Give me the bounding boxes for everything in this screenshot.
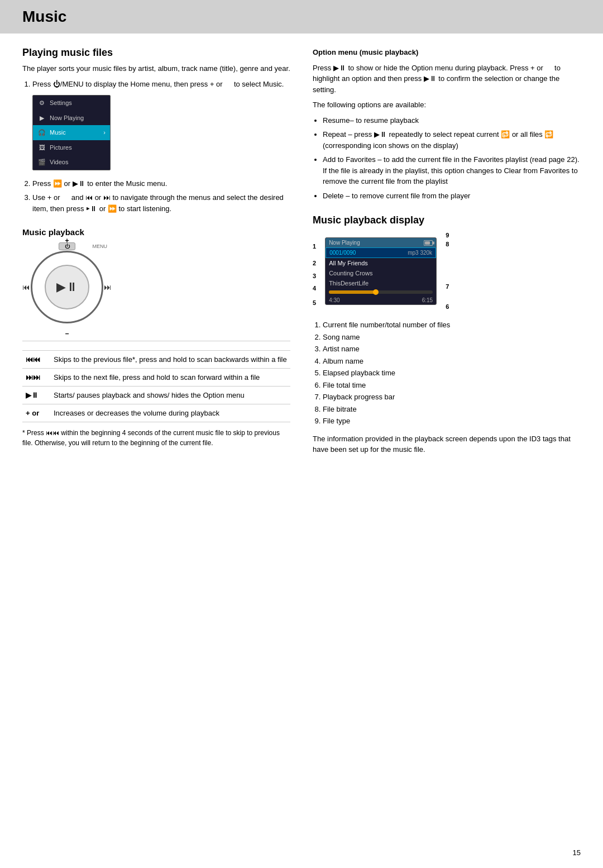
display-item-2: Song name (323, 332, 581, 343)
album-name-row: ThisDesertLife (326, 278, 436, 288)
display-item-4: Album name (323, 356, 581, 367)
option-menu-desc2: The following options are available: (313, 99, 581, 111)
left-callout-numbers: 1 2 3 4 5 (313, 232, 316, 311)
menu-arrow-icon: › (103, 128, 106, 137)
next-button: ⏭ (104, 283, 112, 292)
prev-button: ⏮ (22, 283, 30, 292)
progress-bar-fill (329, 290, 376, 294)
play-symbol: ▶⏸ (22, 387, 50, 404)
prev-symbol: ⏮⏮ (22, 351, 50, 369)
prev-description: Skips to the previous file*, press and h… (50, 351, 290, 369)
page-title: Music (22, 8, 581, 26)
next-description: Skips to the next file, press and hold t… (50, 369, 290, 387)
step-2: Press ⏩ or ▶⏸ to enter the Music menu. (32, 178, 290, 189)
play-description: Starts/ pauses playback and shows/ hides… (50, 387, 290, 404)
callout-3: 3 (313, 273, 316, 279)
right-column: Option menu (music playback) Press ▶⏸ to… (313, 47, 581, 469)
playback-display-heading: Music playback display (313, 214, 581, 226)
callout-8: 8 (446, 241, 449, 247)
file-format: mp3 320k (408, 250, 432, 256)
display-item-5: Elapsed playback time (323, 368, 581, 379)
display-item-1: Current file number/total number of file… (323, 319, 581, 331)
display-item-8: File bitrate (323, 404, 581, 415)
playback-display-section: Music playback display 1 2 3 4 5 Now Pla… (313, 214, 581, 455)
display-with-callouts: 1 2 3 4 5 Now Playing 0001/0090 (313, 232, 581, 311)
display-item-6: File total time (323, 380, 581, 391)
album-name: ThisDesertLife (329, 280, 368, 287)
progress-bar-container (326, 288, 436, 296)
playing-files-steps: Press ⏻/MENU to display the Home menu, t… (22, 79, 290, 214)
callout-9: 9 (446, 232, 449, 239)
track-number-row: 0001/0090 mp3 320k (326, 247, 436, 258)
option-favorites: Add to Favorites – to add the current fi… (323, 154, 581, 187)
display-items-list: Current file number/total number of file… (313, 319, 581, 427)
option-menu-heading: Option menu (music playback) (313, 47, 581, 58)
menu-item-pictures: 🖼 Pictures (33, 140, 110, 155)
minus-label: – (65, 330, 69, 337)
control-row-play: ▶⏸ Starts/ pauses playback and shows/ hi… (22, 387, 290, 404)
progress-dot (373, 289, 379, 295)
display-item-3: Artist name (323, 344, 581, 355)
playing-files-heading: Playing music files (22, 47, 290, 59)
menu-screenshot: ⚙ Settings ▶ Now Playing 🎧 Music › (32, 95, 111, 170)
divider-1 (22, 341, 290, 341)
menu-item-music: 🎧 Music › (33, 125, 110, 140)
callout-2: 2 (313, 260, 316, 266)
play-pause-button: ▶⏸ (56, 280, 78, 294)
display-item-9: File type (323, 416, 581, 427)
elapsed-time: 4:30 (329, 297, 339, 303)
callout-5: 5 (313, 299, 316, 306)
controls-table: ⏮⏮ Skips to the previous file*, press an… (22, 350, 290, 422)
time-row: 4:30 6:15 (326, 296, 436, 304)
step-3: Use + or and ⏮ or ⏭ to navigate through … (32, 192, 290, 214)
device-outer-ring: + ⏮ ▶⏸ ⏭ – (31, 251, 103, 323)
play-icon: ▶ (37, 113, 46, 122)
music-playback-section: Music playback MENU + ⏮ ▶⏸ ⏭ – ⏻ (22, 227, 290, 448)
control-row-volume: + or Increases or decreases the volume d… (22, 404, 290, 422)
gear-icon: ⚙ (37, 98, 46, 107)
pb-header-row: Now Playing (326, 238, 436, 247)
option-delete: Delete – to remove current file from the… (323, 190, 581, 202)
image-icon: 🖼 (37, 143, 46, 152)
song-name-row: All My Friends (326, 258, 436, 268)
option-repeat: Repeat – press ▶⏸ repeatedly to select r… (323, 129, 581, 151)
option-menu-list: Resume– to resume playback Repeat – pres… (313, 115, 581, 202)
artist-name-row: Counting Crows (326, 268, 436, 278)
track-number: 0001/0090 (329, 250, 356, 256)
battery-icon (424, 240, 433, 246)
page-number: 15 (573, 848, 581, 857)
right-callout-numbers: 9 8 7 6 (446, 232, 449, 311)
playing-music-files-section: Playing music files The player sorts you… (22, 47, 290, 214)
callout-6: 6 (446, 303, 449, 310)
power-menu-button: ⏻ (59, 242, 75, 250)
option-menu-section: Option menu (music playback) Press ▶⏸ to… (313, 47, 581, 201)
option-resume: Resume– to resume playback (323, 115, 581, 126)
callout-4: 4 (313, 285, 316, 292)
device-illustration: MENU + ⏮ ▶⏸ ⏭ – ⏻ (22, 242, 112, 332)
next-symbol: ⏭⏭ (22, 369, 50, 387)
info-text: The information provided in the playback… (313, 433, 581, 455)
left-column: Playing music files The player sorts you… (22, 47, 290, 469)
playback-screen: Now Playing 0001/0090 mp3 320k All My Fr… (325, 237, 437, 305)
song-name: All My Friends (329, 260, 368, 266)
control-row-next: ⏭⏭ Skips to the next file, press and hol… (22, 369, 290, 387)
display-item-7: Playback progress bar (323, 392, 581, 403)
menu-text-label: MENU (93, 244, 108, 249)
total-time: 6:15 (422, 297, 433, 303)
volume-description: Increases or decreases the volume during… (50, 404, 290, 422)
headphones-icon: 🎧 (37, 128, 46, 137)
volume-symbol: + or (22, 404, 50, 422)
control-row-prev: ⏮⏮ Skips to the previous file*, press an… (22, 351, 290, 369)
callout-7: 7 (446, 283, 449, 290)
callout-1: 1 (313, 243, 316, 250)
progress-bar-background (329, 290, 433, 294)
video-icon: 🎬 (37, 158, 46, 166)
device-inner-ring: ▶⏸ (45, 265, 89, 309)
page-header: Music (0, 0, 603, 34)
music-playback-heading: Music playback (22, 227, 290, 237)
artist-name: Counting Crows (329, 270, 372, 276)
menu-item-now-playing: ▶ Now Playing (33, 111, 110, 126)
now-playing-label: Now Playing (329, 240, 360, 246)
menu-item-videos: 🎬 Videos (33, 155, 110, 170)
battery-symbol (424, 240, 433, 246)
